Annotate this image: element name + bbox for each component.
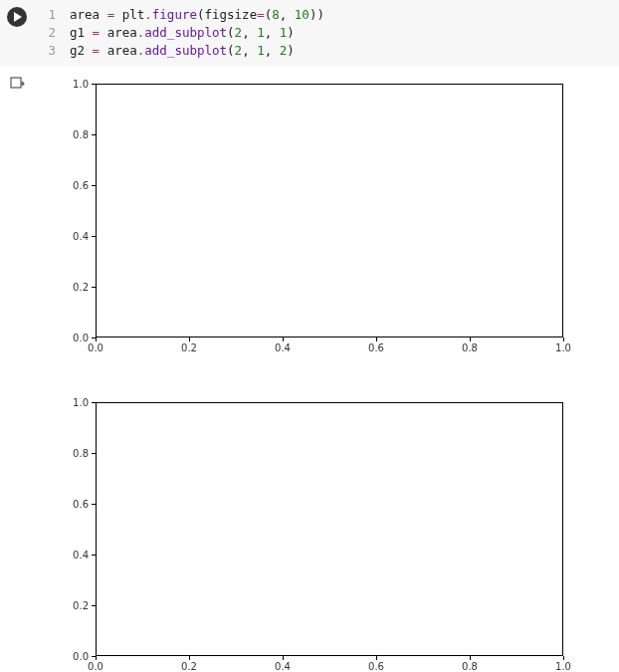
code-cell: 1 2 3 area = plt.figure(figsize=(8, 10))…	[0, 0, 619, 66]
output-link-icon[interactable]	[9, 76, 25, 672]
line-number: 2	[34, 24, 56, 42]
x-tick-label: 0.0	[88, 661, 103, 672]
y-tick-label: 0.2	[73, 600, 89, 611]
code-line[interactable]: g2 = area.add_subplot(2, 1, 2)	[70, 42, 619, 60]
line-gutter: 1 2 3	[34, 4, 56, 60]
line-number: 3	[34, 42, 56, 60]
x-tick-label: 0.6	[368, 342, 384, 353]
y-tick-mark	[92, 287, 96, 288]
y-tick-mark	[92, 185, 96, 186]
y-tick-label: 0.6	[73, 180, 89, 191]
y-tick-label: 0.8	[73, 129, 89, 140]
x-tick-mark	[376, 656, 377, 660]
x-tick-mark	[470, 337, 471, 341]
y-tick-mark	[92, 605, 96, 606]
line-number: 1	[34, 6, 56, 24]
run-button[interactable]	[7, 7, 27, 27]
x-tick-label: 1.0	[555, 661, 571, 672]
y-tick-label: 0.2	[73, 282, 89, 293]
y-tick-mark	[92, 402, 96, 403]
code-line[interactable]: area = plt.figure(figsize=(8, 10))	[70, 6, 619, 24]
x-tick-mark	[96, 656, 97, 660]
y-tick-mark	[92, 453, 96, 454]
y-tick-mark	[92, 504, 96, 505]
code-editor[interactable]: area = plt.figure(figsize=(8, 10))g1 = a…	[56, 4, 619, 60]
x-tick-mark	[189, 656, 190, 660]
x-tick-mark	[96, 337, 97, 341]
y-tick-mark	[92, 555, 96, 556]
output-cell: 0.00.20.40.60.81.00.00.20.40.60.81.00.00…	[0, 66, 619, 672]
output-icon-column	[0, 74, 34, 672]
plot-area	[96, 84, 563, 337]
subplot-2: 0.00.20.40.60.81.00.00.20.40.60.81.0	[34, 392, 591, 672]
subplot-1: 0.00.20.40.60.81.00.00.20.40.60.81.0	[34, 74, 591, 372]
y-tick-label: 1.0	[73, 79, 89, 90]
x-tick-mark	[563, 337, 564, 341]
y-tick-label: 0.8	[73, 448, 89, 459]
y-tick-mark	[92, 236, 96, 237]
y-tick-label: 0.0	[73, 651, 89, 662]
x-tick-label: 0.8	[462, 661, 478, 672]
x-tick-mark	[376, 337, 377, 341]
x-tick-label: 1.0	[555, 342, 571, 353]
x-tick-label: 0.4	[275, 342, 291, 353]
x-tick-mark	[563, 656, 564, 660]
x-tick-label: 0.2	[181, 661, 197, 672]
x-tick-mark	[283, 337, 284, 341]
plot-area	[96, 402, 563, 656]
y-tick-mark	[92, 134, 96, 135]
run-column	[0, 4, 34, 60]
x-tick-label: 0.6	[368, 661, 384, 672]
x-tick-label: 0.2	[181, 342, 197, 353]
x-tick-mark	[470, 656, 471, 660]
code-line[interactable]: g1 = area.add_subplot(2, 1, 1)	[70, 24, 619, 42]
matplotlib-figure: 0.00.20.40.60.81.00.00.20.40.60.81.00.00…	[34, 74, 619, 672]
x-tick-mark	[283, 656, 284, 660]
x-tick-label: 0.8	[462, 342, 478, 353]
svg-rect-0	[11, 78, 21, 88]
y-tick-label: 0.4	[73, 550, 89, 560]
y-tick-label: 0.6	[73, 499, 89, 510]
y-tick-label: 0.4	[73, 231, 89, 242]
x-tick-label: 0.0	[88, 342, 103, 353]
x-tick-mark	[189, 337, 190, 341]
y-tick-label: 1.0	[73, 397, 89, 408]
y-tick-mark	[92, 84, 96, 85]
x-tick-label: 0.4	[275, 661, 291, 672]
y-tick-label: 0.0	[73, 333, 89, 343]
